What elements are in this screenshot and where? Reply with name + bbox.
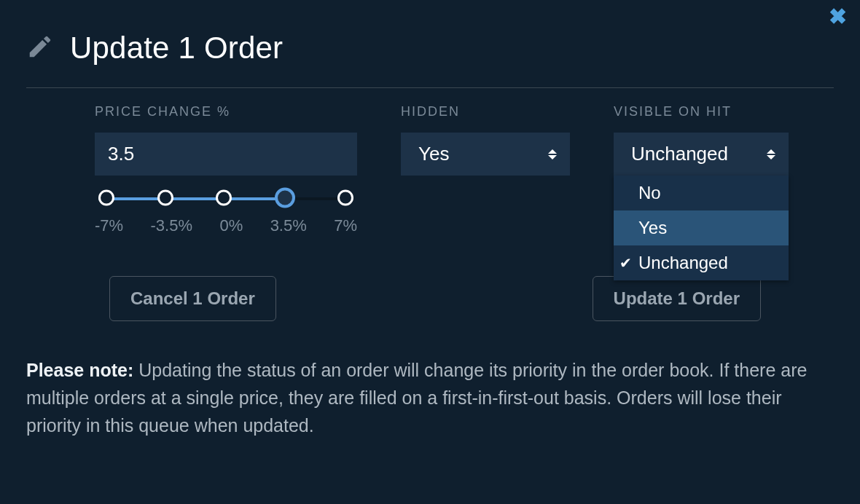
visible-on-hit-value: Unchanged — [631, 143, 728, 165]
slider-stop[interactable] — [216, 190, 232, 206]
hidden-group: HIDDEN Yes — [401, 104, 570, 235]
slider-tick-label: 7% — [334, 216, 357, 235]
note-body: Updating the status of an order will cha… — [26, 360, 807, 436]
hidden-select[interactable]: Yes — [401, 133, 570, 176]
cancel-button[interactable]: Cancel 1 Order — [109, 276, 276, 321]
form-row: PRICE CHANGE % -7% -3.5% — [0, 88, 860, 235]
chevron-updown-icon — [548, 149, 557, 160]
modal-title: Update 1 Order — [70, 31, 283, 66]
check-icon: ✔ — [619, 254, 632, 272]
close-icon[interactable]: ✖ — [829, 6, 847, 28]
dropdown-option-yes[interactable]: Yes — [614, 210, 789, 245]
note-text: Please note: Updating the status of an o… — [0, 321, 860, 439]
note-prefix: Please note: — [26, 360, 133, 380]
price-change-label: PRICE CHANGE % — [95, 104, 357, 119]
price-change-input[interactable] — [95, 133, 357, 176]
slider-stop[interactable] — [98, 190, 114, 206]
update-button[interactable]: Update 1 Order — [593, 276, 761, 321]
visible-on-hit-label: VISIBLE ON HIT — [614, 104, 789, 119]
hidden-label: HIDDEN — [401, 104, 570, 119]
slider-tick-label: 0% — [219, 216, 243, 235]
slider-stop[interactable] — [157, 190, 173, 206]
visible-on-hit-select[interactable]: Unchanged — [614, 133, 789, 176]
slider-tick-label: -3.5% — [151, 216, 192, 235]
chevron-updown-icon — [767, 149, 775, 160]
slider-tick-label: 3.5% — [270, 216, 307, 235]
slider-tick-label: -7% — [95, 216, 123, 235]
slider-stop[interactable] — [337, 190, 353, 206]
update-order-modal: ✖ Update 1 Order PRICE CHANGE % — [0, 0, 860, 504]
hidden-value: Yes — [418, 143, 449, 165]
edit-icon — [26, 33, 54, 63]
dropdown-option-unchanged[interactable]: ✔ Unchanged — [614, 245, 789, 280]
visible-on-hit-dropdown: No Yes ✔ Unchanged — [614, 176, 789, 280]
price-change-group: PRICE CHANGE % -7% -3.5% — [95, 104, 357, 235]
dropdown-option-no[interactable]: No — [614, 176, 789, 210]
modal-header: Update 1 Order — [0, 0, 860, 87]
visible-on-hit-group: VISIBLE ON HIT Unchanged No Yes ✔ Unchan… — [614, 104, 789, 235]
price-change-slider[interactable]: -7% -3.5% 0% 3.5% 7% — [95, 196, 357, 235]
slider-stop-current[interactable] — [275, 188, 295, 208]
